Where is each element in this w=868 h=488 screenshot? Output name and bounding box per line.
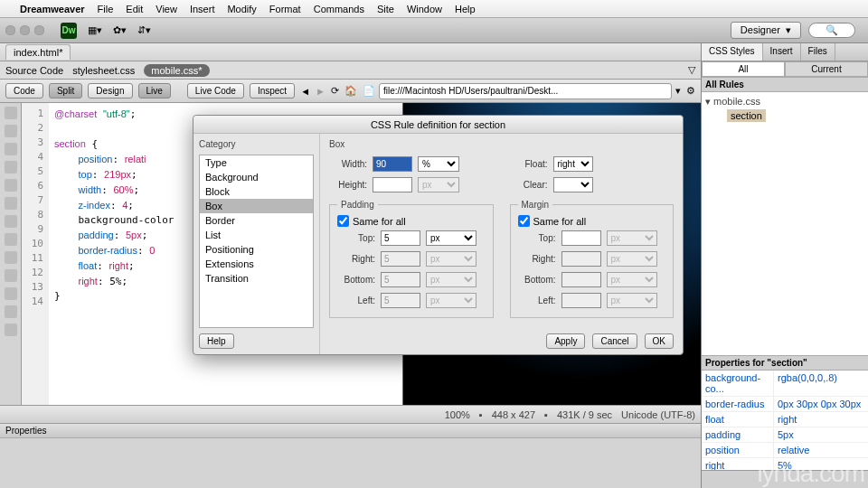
margin-top-input[interactable]	[561, 230, 601, 246]
source-code-link[interactable]: Source Code	[5, 65, 63, 76]
home-icon[interactable]: 🏠	[344, 85, 357, 97]
float-select[interactable]: right	[553, 156, 593, 172]
tab-css-styles[interactable]: CSS Styles	[702, 43, 763, 61]
cancel-button[interactable]: Cancel	[592, 333, 637, 349]
filter-icon[interactable]: ▽	[688, 64, 695, 76]
height-input[interactable]	[373, 177, 412, 192]
back-icon[interactable]: ◄	[300, 86, 310, 97]
prop-row[interactable]: positionrelative	[702, 443, 868, 458]
menu-format[interactable]: Format	[269, 4, 301, 14]
width-label: Width:	[329, 159, 367, 169]
category-transition[interactable]: Transition	[200, 271, 313, 286]
split-view-button[interactable]: Split	[49, 83, 82, 99]
address-field[interactable]	[379, 83, 672, 99]
category-list[interactable]: List	[200, 228, 313, 242]
padding-left-unit: px	[426, 293, 476, 308]
category-positioning[interactable]: Positioning	[200, 242, 313, 257]
menu-insert[interactable]: Insert	[190, 4, 215, 14]
app-name[interactable]: Dreamweaver	[20, 4, 85, 14]
clear-select[interactable]	[553, 177, 593, 192]
code-toolbar	[0, 103, 22, 405]
category-list[interactable]: TypeBackgroundBlockBoxBorderListPosition…	[199, 155, 314, 328]
tool-icon[interactable]	[5, 197, 17, 210]
tool-icon[interactable]	[5, 287, 17, 300]
height-label: Height:	[329, 180, 367, 190]
rules-selector[interactable]: section	[727, 109, 766, 122]
apply-button[interactable]: Apply	[546, 333, 585, 349]
category-type[interactable]: Type	[200, 155, 313, 170]
category-border[interactable]: Border	[200, 213, 313, 228]
inspect-button[interactable]: Inspect	[250, 83, 295, 99]
ok-button[interactable]: OK	[645, 333, 674, 349]
layout-icon[interactable]: ▦▾	[88, 24, 102, 36]
menu-modify[interactable]: Modify	[227, 4, 256, 14]
category-extensions[interactable]: Extensions	[200, 257, 313, 271]
tool-icon[interactable]	[5, 143, 17, 155]
props-grid[interactable]: background-co...rgba(0,0,0,.8)border-rad…	[702, 371, 868, 470]
width-unit-select[interactable]: %	[418, 156, 459, 172]
prop-row[interactable]: background-co...rgba(0,0,0,.8)	[702, 371, 868, 397]
extend-icon[interactable]: ✿▾	[113, 24, 127, 36]
panel-tabs: CSS Styles Insert Files	[702, 43, 868, 61]
options-icon[interactable]: ⚙	[686, 85, 695, 97]
menu-window[interactable]: Window	[407, 4, 442, 14]
address-dropdown-icon[interactable]: ▾	[675, 85, 681, 97]
tool-icon[interactable]	[5, 161, 17, 174]
padding-top-input[interactable]	[381, 230, 420, 246]
menu-commands[interactable]: Commands	[314, 4, 364, 14]
prop-row[interactable]: padding5px	[702, 427, 868, 443]
menu-help[interactable]: Help	[455, 4, 476, 14]
width-input[interactable]	[373, 156, 412, 172]
margin-legend: Margin	[518, 200, 553, 210]
category-box[interactable]: Box	[200, 199, 313, 213]
help-button[interactable]: Help	[199, 333, 234, 349]
tool-icon[interactable]	[5, 233, 17, 246]
menu-edit[interactable]: Edit	[126, 4, 143, 14]
doc-tab-index[interactable]: index.html*	[5, 44, 71, 60]
window-controls[interactable]	[5, 25, 44, 35]
related-mobile[interactable]: mobile.css*	[144, 64, 209, 77]
tool-icon[interactable]	[5, 125, 17, 137]
tab-files[interactable]: Files	[801, 43, 835, 61]
page-size: 431K / 9 sec	[557, 409, 612, 420]
zoom-level[interactable]: 100%	[445, 409, 470, 420]
tool-icon[interactable]	[5, 305, 17, 318]
prop-row[interactable]: border-radius0px 30px 0px 30px	[702, 397, 868, 412]
related-stylesheet[interactable]: stylesheet.css	[72, 65, 135, 76]
margin-top-unit: px	[607, 230, 657, 246]
workspace-switcher[interactable]: Designer ▾	[731, 22, 801, 39]
tool-icon[interactable]	[5, 269, 17, 282]
padding-same-check[interactable]: Same for all	[337, 215, 486, 227]
tool-icon[interactable]	[5, 215, 17, 228]
tool-icon[interactable]	[5, 324, 17, 336]
design-view-button[interactable]: Design	[88, 83, 132, 99]
live-code-button[interactable]: Live Code	[187, 83, 244, 99]
search-icon[interactable]: 🔍	[808, 23, 855, 38]
menu-site[interactable]: Site	[377, 4, 394, 14]
subtab-current[interactable]: Current	[785, 61, 868, 77]
tab-insert[interactable]: Insert	[763, 43, 801, 61]
live-view-button[interactable]: Live	[138, 83, 171, 99]
subtab-all[interactable]: All	[702, 61, 785, 77]
refresh-icon[interactable]: ⟳	[331, 85, 339, 97]
margin-same-check[interactable]: Same for all	[518, 215, 666, 227]
viewport-dims: 448 x 427	[492, 409, 535, 420]
site-icon[interactable]: ⇵▾	[137, 24, 151, 36]
tool-icon[interactable]	[5, 251, 17, 264]
tool-icon[interactable]	[5, 107, 17, 119]
height-unit-select[interactable]: px	[418, 177, 459, 192]
menu-view[interactable]: View	[156, 4, 177, 14]
fwd-icon[interactable]: ►	[316, 86, 326, 97]
code-view-button[interactable]: Code	[5, 83, 43, 99]
css-panel-toolbar[interactable]	[702, 470, 868, 488]
category-background[interactable]: Background	[200, 170, 313, 184]
prop-row[interactable]: floatright	[702, 412, 868, 427]
prop-row[interactable]: right5%	[702, 458, 868, 470]
category-block[interactable]: Block	[200, 184, 313, 199]
properties-header[interactable]: Properties	[0, 424, 701, 438]
tool-icon[interactable]	[5, 179, 17, 192]
float-label: Float:	[510, 159, 548, 169]
rules-tree[interactable]: ▾ mobile.css section	[702, 92, 868, 355]
padding-top-unit[interactable]: px	[426, 230, 476, 246]
menu-file[interactable]: File	[98, 4, 114, 14]
